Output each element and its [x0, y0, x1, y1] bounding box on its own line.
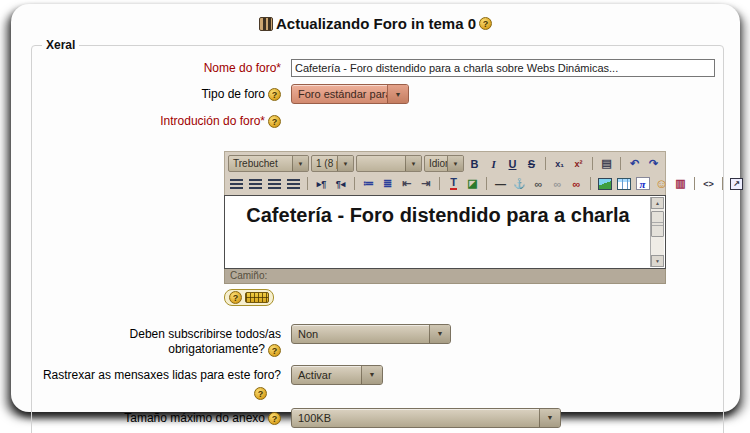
general-fieldset: Xeral Nome do foro* Tipo de foro? Foro e…	[31, 38, 724, 433]
underline-icon[interactable]: U	[504, 156, 521, 172]
toolbar-separator	[694, 177, 695, 190]
maxsize-label: Tamaño máximo do anexo?	[40, 408, 291, 427]
chevron-down-icon: ▼	[447, 156, 463, 171]
chevron-down-icon: ▼	[292, 156, 308, 171]
editor-scrollbar[interactable]: ▲ ▼	[650, 197, 664, 267]
insert-table-icon[interactable]	[615, 176, 632, 192]
strikethrough-icon[interactable]: S	[523, 156, 540, 172]
redo-icon[interactable]: ↷	[645, 156, 662, 172]
keyboard-help-icon[interactable]	[245, 292, 269, 303]
editor-help-icon[interactable]: ?	[229, 291, 242, 304]
form-card: Actualizando Foro in tema 0 ? Xeral Nome…	[11, 4, 740, 412]
language-select[interactable]: Idioma ▼	[424, 155, 464, 172]
toolbar-separator	[486, 177, 487, 190]
chevron-down-icon: ▼	[387, 85, 408, 103]
direction-rtl-icon[interactable]: ¶◂	[332, 176, 349, 192]
chevron-down-icon: ▼	[361, 366, 382, 384]
insert-image-icon[interactable]	[596, 176, 613, 192]
superscript-icon[interactable]: x²	[570, 156, 587, 172]
toolbar-separator	[307, 177, 308, 190]
editor-toolbar: Trebuchet ▼ 1 (8 pt) ▼ ▼ Idioma ▼	[224, 151, 666, 195]
insert-equation-icon[interactable]: π	[634, 176, 651, 192]
direction-ltr-icon[interactable]: ▸¶	[313, 176, 330, 192]
track-select[interactable]: Activar ▼	[291, 365, 383, 385]
anchor-icon[interactable]: ⚓	[511, 176, 528, 192]
chevron-down-icon: ▼	[337, 156, 353, 171]
enlarge-editor-icon[interactable]: ↗	[728, 176, 745, 192]
scrollbar-thumb[interactable]	[651, 211, 664, 237]
subscribe-row: Deben subscribirse todos/as obrigatoriam…	[40, 324, 715, 358]
forum-intro-row: Introdución do foro*?	[40, 111, 715, 130]
undo-icon[interactable]: ↶	[626, 156, 643, 172]
forum-type-label: Tipo de foro?	[40, 84, 291, 103]
align-right-icon[interactable]	[266, 176, 283, 192]
toolbar-separator	[439, 177, 440, 190]
outdent-icon[interactable]: ⇤	[398, 176, 415, 192]
font-size-select[interactable]: 1 (8 pt) ▼	[311, 155, 354, 172]
align-center-icon[interactable]	[247, 176, 264, 192]
track-row: Rastrexar as mensaxes lidas para este fo…	[40, 365, 715, 401]
editor-content-text: Cafetería - Foro distendido para a charl…	[233, 202, 643, 229]
page-title: Actualizando Foro in tema 0	[276, 15, 476, 32]
fieldset-legend: Xeral	[42, 38, 79, 52]
horizontal-rule-icon[interactable]: —	[492, 176, 509, 192]
forum-intro-help-icon[interactable]: ?	[268, 115, 281, 128]
html-editor: Trebuchet ▼ 1 (8 pt) ▼ ▼ Idioma ▼	[224, 151, 666, 284]
toolbar-separator	[354, 177, 355, 190]
toolbar-separator	[545, 157, 546, 170]
bold-icon[interactable]: B	[466, 156, 483, 172]
chevron-down-icon: ▼	[539, 409, 560, 427]
chevron-down-icon: ▼	[429, 325, 450, 343]
italic-icon[interactable]: I	[485, 156, 502, 172]
maxsize-row: Tamaño máximo do anexo? 100KB ▼	[40, 408, 715, 428]
toolbar-separator	[722, 177, 723, 190]
editor-help-group: ?	[224, 289, 274, 306]
highlight-color-icon[interactable]: ◪	[464, 176, 481, 192]
maxsize-help-icon[interactable]: ?	[268, 412, 281, 425]
toolbar-separator	[620, 157, 621, 170]
subscribe-help-icon[interactable]: ?	[268, 344, 281, 357]
chevron-down-icon: ▼	[405, 156, 421, 171]
insert-character-icon[interactable]: ▥	[672, 176, 689, 192]
unlink-icon[interactable]: ∞	[549, 176, 566, 192]
forum-icon	[259, 17, 273, 31]
unordered-list-icon[interactable]: ≣	[379, 176, 396, 192]
forum-name-row: Nome do foro*	[40, 58, 715, 77]
align-left-icon[interactable]	[228, 176, 245, 192]
font-family-select[interactable]: Trebuchet ▼	[228, 155, 309, 172]
clean-word-html-icon[interactable]: ▤	[598, 156, 615, 172]
subscribe-label: Deben subscribirse todos/as obrigatoriam…	[40, 324, 291, 358]
forum-name-input[interactable]	[291, 59, 715, 77]
scroll-down-icon[interactable]: ▼	[651, 255, 664, 267]
page-header: Actualizando Foro in tema 0 ?	[11, 4, 740, 32]
toolbar-row-1: Trebuchet ▼ 1 (8 pt) ▼ ▼ Idioma ▼	[228, 154, 662, 174]
align-justify-icon[interactable]	[285, 176, 302, 192]
toolbar-separator	[592, 157, 593, 170]
format-select[interactable]: ▼	[356, 155, 422, 172]
track-help-icon[interactable]: ?	[254, 387, 267, 400]
forum-type-help-icon[interactable]: ?	[268, 88, 281, 101]
html-source-icon[interactable]: <>	[700, 176, 717, 192]
toolbar-separator	[590, 177, 591, 190]
forum-name-label: Nome do foro*	[40, 58, 291, 77]
subscribe-select[interactable]: Non ▼	[291, 324, 451, 344]
forum-type-row: Tipo de foro? Foro estándar para uso xer…	[40, 84, 715, 104]
editor-path-bar: Camiño:	[224, 269, 666, 284]
indent-icon[interactable]: ⇥	[417, 176, 434, 192]
track-label: Rastrexar as mensaxes lidas para este fo…	[40, 365, 291, 401]
link-icon[interactable]: ∞	[530, 176, 547, 192]
editor-content-area[interactable]: Cafetería - Foro distendido para a charl…	[224, 195, 666, 269]
maxsize-select[interactable]: 100KB ▼	[291, 408, 561, 428]
font-color-icon[interactable]: T	[445, 176, 462, 192]
forum-intro-label: Introdución do foro*?	[40, 111, 291, 130]
insert-smiley-icon[interactable]: ☺	[653, 176, 670, 192]
subscript-icon[interactable]: x₁	[551, 156, 568, 172]
title-help-icon[interactable]: ?	[479, 17, 492, 30]
ordered-list-icon[interactable]: ≔	[360, 176, 377, 192]
prevent-autolink-icon[interactable]: ∞	[568, 176, 585, 192]
toolbar-row-2: ▸¶ ¶◂ ≔ ≣ ⇤ ⇥ T ◪ — ⚓ ∞ ∞ ∞	[228, 174, 662, 194]
forum-type-select[interactable]: Foro estándar para uso xeral ▼	[291, 84, 409, 104]
scroll-up-icon[interactable]: ▲	[651, 197, 664, 209]
